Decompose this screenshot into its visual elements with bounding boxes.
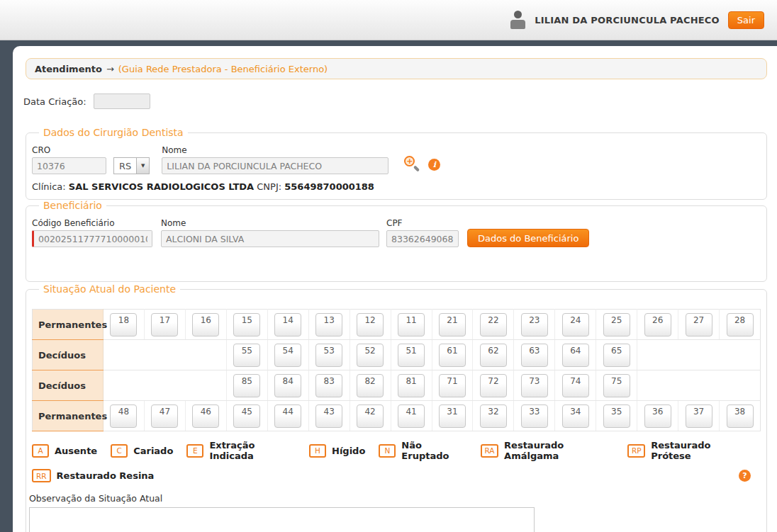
legend-item-RR: RRRestaurado Resina	[32, 469, 154, 482]
tooth-button-21[interactable]: 21	[439, 313, 466, 336]
tooth-button-25[interactable]: 25	[603, 313, 630, 336]
tooth-button-74[interactable]: 74	[562, 374, 589, 397]
legend-code: E	[186, 444, 203, 458]
tooth-button-52[interactable]: 52	[357, 344, 384, 367]
tooth-button-85[interactable]: 85	[233, 374, 260, 397]
beneficiary-code-input[interactable]	[32, 230, 152, 247]
beneficiary-data-button[interactable]: Dados do Beneficiário	[467, 229, 589, 247]
legend-label: Cariado	[133, 446, 173, 456]
tooth-button-54[interactable]: 54	[274, 344, 301, 367]
tooth-button-37[interactable]: 37	[686, 404, 712, 428]
tooth-button-14[interactable]: 14	[274, 313, 301, 336]
tooth-button-47[interactable]: 47	[151, 404, 178, 428]
tooth-row: Permanentes48474645444342413132333435363…	[33, 401, 761, 431]
tooth-row-label: Permanentes	[33, 310, 104, 340]
search-zoom-icon[interactable]: +	[404, 156, 421, 173]
tooth-button-64[interactable]: 64	[562, 344, 589, 367]
creation-date-label: Data Criação:	[23, 96, 86, 107]
uf-select[interactable]: RS ▼	[113, 157, 150, 174]
breadcrumb-arrow-icon: →	[106, 64, 114, 74]
tooth-button-17[interactable]: 17	[151, 313, 178, 336]
info-icon[interactable]: i	[428, 159, 440, 171]
legend-row-2: RRRestaurado Resina ?	[32, 468, 761, 484]
tooth-button-82[interactable]: 82	[357, 374, 384, 397]
tooth-button-22[interactable]: 22	[480, 313, 507, 336]
tooth-button-34[interactable]: 34	[562, 404, 589, 428]
tooth-cell: 35	[596, 401, 637, 431]
tooth-button-55[interactable]: 55	[233, 344, 260, 367]
tooth-button-48[interactable]: 48	[110, 404, 137, 428]
observation-block: Observação da Situação Atual	[29, 493, 761, 532]
legend-label: Ausente	[55, 446, 97, 456]
uf-selected-value: RS	[114, 158, 136, 174]
tooth-button-61[interactable]: 61	[439, 344, 466, 367]
tooth-row-label: Permanentes	[33, 401, 104, 431]
tooth-cell: 13	[308, 310, 350, 340]
empty-cell	[637, 370, 761, 401]
tooth-cell: 73	[514, 370, 555, 401]
cpf-input[interactable]	[386, 230, 459, 247]
tooth-button-24[interactable]: 24	[562, 313, 589, 336]
topbar: LILIAN DA PORCIUNCULA PACHECO Sair	[0, 0, 777, 40]
tooth-button-41[interactable]: 41	[398, 404, 425, 428]
legend-item-N: NNão Eruptado	[379, 440, 467, 461]
dentist-name-field-group: Nome	[162, 145, 388, 174]
tooth-button-84[interactable]: 84	[274, 374, 301, 397]
clinic-info-line: Clínica: SAL SERVICOS RADIOLOGICOS LTDA …	[32, 181, 761, 192]
tooth-button-35[interactable]: 35	[603, 404, 630, 428]
chevron-down-icon[interactable]: ▼	[136, 158, 149, 174]
tooth-button-65[interactable]: 65	[603, 344, 630, 367]
tooth-cell: 15	[226, 310, 267, 340]
tooth-cell: 65	[596, 340, 637, 370]
tooth-cell: 72	[473, 370, 514, 401]
tooth-button-26[interactable]: 26	[644, 313, 671, 336]
tooth-button-27[interactable]: 27	[686, 313, 712, 336]
beneficiary-name-input[interactable]	[161, 230, 379, 247]
tooth-button-16[interactable]: 16	[192, 313, 219, 336]
tooth-button-33[interactable]: 33	[521, 404, 548, 428]
tooth-button-31[interactable]: 31	[439, 404, 466, 428]
cro-input[interactable]	[32, 157, 106, 174]
tooth-button-81[interactable]: 81	[398, 374, 425, 397]
tooth-cell: 37	[678, 401, 720, 431]
dentist-name-input[interactable]	[162, 157, 388, 174]
legend-row-1: AAusenteCCariadoEExtração IndicadaHHígid…	[32, 440, 761, 461]
tooth-button-12[interactable]: 12	[357, 313, 384, 336]
creation-date-input[interactable]	[94, 94, 150, 109]
logout-button[interactable]: Sair	[728, 11, 764, 29]
tooth-cell: 33	[514, 401, 555, 431]
dentist-form-row: CRO RS ▼ Nome + i	[32, 145, 761, 174]
tooth-button-28[interactable]: 28	[727, 313, 754, 336]
tooth-button-38[interactable]: 38	[727, 404, 754, 428]
tooth-button-23[interactable]: 23	[521, 313, 548, 336]
tooth-button-75[interactable]: 75	[603, 374, 630, 397]
tooth-button-83[interactable]: 83	[315, 374, 342, 397]
tooth-button-72[interactable]: 72	[480, 374, 507, 397]
tooth-button-71[interactable]: 71	[439, 374, 466, 397]
tooth-button-11[interactable]: 11	[398, 313, 425, 336]
tooth-button-63[interactable]: 63	[521, 344, 548, 367]
tooth-button-51[interactable]: 51	[398, 344, 425, 367]
dentist-section-title: Dados do Cirurgião Dentista	[39, 127, 188, 138]
help-icon[interactable]: ?	[739, 470, 751, 482]
observation-textarea[interactable]	[29, 507, 535, 532]
tooth-button-15[interactable]: 15	[233, 313, 260, 336]
tooth-button-43[interactable]: 43	[315, 404, 342, 428]
tooth-button-45[interactable]: 45	[233, 404, 260, 428]
cpf-field-group: CPF	[386, 218, 459, 247]
tooth-button-53[interactable]: 53	[315, 344, 342, 367]
tooth-button-44[interactable]: 44	[274, 404, 301, 428]
tooth-button-13[interactable]: 13	[315, 313, 342, 336]
tooth-button-73[interactable]: 73	[521, 374, 548, 397]
tooth-button-32[interactable]: 32	[480, 404, 507, 428]
legend-label: Extração Indicada	[209, 440, 296, 461]
tooth-cell: 25	[596, 310, 637, 340]
legend-label: Hígido	[332, 446, 365, 456]
dentist-section: Dados do Cirurgião Dentista CRO RS ▼ Nom…	[26, 127, 767, 200]
tooth-button-42[interactable]: 42	[357, 404, 384, 428]
tooth-button-36[interactable]: 36	[644, 404, 671, 428]
tooth-button-46[interactable]: 46	[192, 404, 219, 428]
tooth-button-62[interactable]: 62	[480, 344, 507, 367]
tooth-button-18[interactable]: 18	[110, 313, 137, 336]
legend-code: A	[32, 444, 49, 458]
